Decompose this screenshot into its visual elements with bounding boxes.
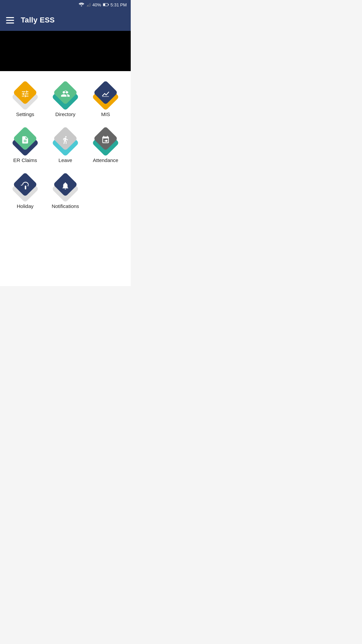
er-claims-menu-item[interactable]: ER Claims [7, 127, 44, 163]
attendance-menu-item[interactable]: Attendance [87, 127, 124, 163]
notifications-menu-item[interactable]: Notifications [47, 173, 84, 209]
settings-sliders-icon [21, 90, 29, 98]
leave-label: Leave [59, 157, 72, 163]
attendance-calendar-icon [101, 136, 110, 144]
banner-image [0, 31, 131, 71]
app-title: Tally ESS [21, 16, 55, 24]
battery-icon [103, 3, 109, 7]
attendance-label: Attendance [93, 157, 118, 163]
battery-percentage: 40% [93, 2, 101, 7]
bottom-spacer [0, 219, 131, 286]
svg-rect-2 [108, 4, 109, 5]
holiday-menu-item[interactable]: Holiday [7, 173, 44, 209]
directory-label: Directory [55, 111, 75, 117]
app-header: Tally ESS [0, 9, 131, 31]
menu-grid: Settings Directory [0, 71, 131, 219]
settings-label: Settings [16, 111, 34, 117]
status-icons: 40% 5:31 PM [78, 2, 127, 7]
search-overlay-icon [64, 90, 68, 94]
empty-cell [87, 173, 124, 209]
wifi-icon [78, 2, 84, 7]
directory-menu-item[interactable]: Directory [47, 81, 84, 117]
holiday-umbrella-icon [21, 181, 29, 190]
notifications-label: Notifications [52, 203, 79, 209]
holiday-label: Holiday [17, 203, 34, 209]
svg-rect-4 [102, 96, 109, 97]
er-claims-icon [21, 136, 29, 144]
hamburger-menu-icon[interactable] [6, 17, 14, 23]
mis-chart-icon [101, 90, 110, 98]
time: 5:31 PM [111, 2, 127, 7]
leave-menu-item[interactable]: Leave [47, 127, 84, 163]
mis-label: MIS [101, 111, 110, 117]
er-claims-label: ER Claims [13, 157, 37, 163]
settings-menu-item[interactable]: Settings [7, 81, 44, 117]
status-bar: 40% 5:31 PM [0, 0, 131, 9]
signal-blocked-icon [86, 2, 91, 7]
notifications-bell-icon [61, 181, 70, 190]
svg-rect-1 [103, 4, 105, 6]
mis-menu-item[interactable]: MIS [87, 81, 124, 117]
leave-travel-icon [61, 136, 70, 144]
